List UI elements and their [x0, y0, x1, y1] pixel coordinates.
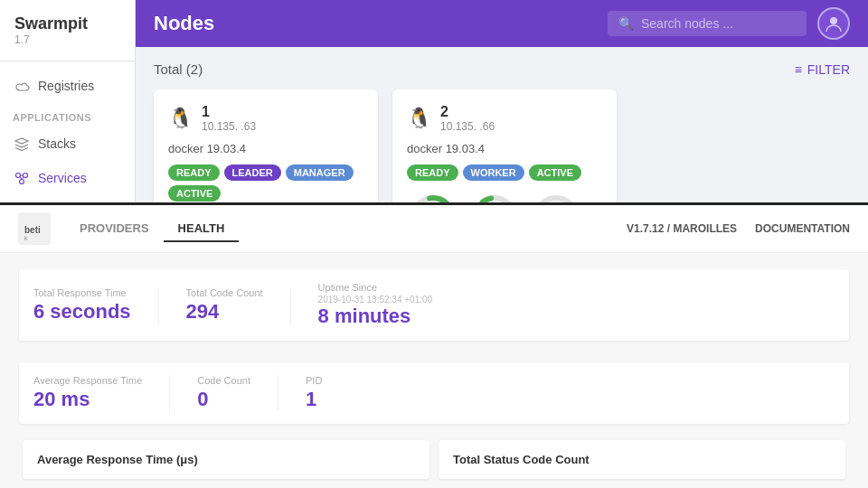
stat-total-response-time: Total Response Time 6 seconds Total Code… [19, 269, 849, 341]
stat-item-pid: PID 1 [306, 375, 322, 411]
pid-label: PID [306, 375, 322, 386]
stat-avg-response: Average Response Time 20 ms Code Count 0… [19, 362, 849, 424]
sidebar-item-registries-label: Registries [38, 79, 94, 93]
badge-active-1: ACTIVE [168, 185, 221, 202]
node-2-info: 2 10.135. .66 [440, 104, 495, 133]
divider-2 [290, 287, 291, 324]
documentation-link[interactable]: DOCUMENTATION [755, 222, 850, 235]
sidebar-item-services[interactable]: Services [0, 161, 135, 195]
chart-status-code: Total Status Code Count [439, 440, 845, 479]
header: Nodes 🔍 [136, 0, 868, 47]
nodes-content: Total (2) ≡ FILTER 🐧 1 10.135. .63 [136, 47, 868, 202]
node-1-ip: 10.135. .63 [202, 120, 256, 133]
sidebar-section-applications: APPLICATIONS [0, 103, 135, 127]
stat-item-avg-response: Average Response Time 20 ms [33, 375, 142, 411]
stat-item-total-code: Total Code Count 294 [186, 287, 263, 324]
health-header: beti k PROVIDERS HEALTH V1.7.12 / MAROIL… [0, 205, 868, 253]
search-box[interactable]: 🔍 [608, 11, 807, 36]
svg-point-0 [16, 174, 21, 178]
avg-response-value: 20 ms [33, 388, 142, 411]
search-input[interactable] [641, 16, 796, 31]
sidebar: Swarmpit 1.7 Registries APPLICATIONS [0, 0, 136, 202]
node-1-docker: docker 19.03.4 [168, 142, 363, 155]
total-code-label: Total Code Count [186, 287, 263, 298]
code-count-value: 0 [197, 388, 250, 411]
health-version: V1.7.12 / MAROILLES [627, 222, 737, 235]
node-1-badges: READY LEADER MANAGER ACTIVE [168, 164, 363, 202]
chart-avg-response-title: Average Response Time (μs) [37, 453, 415, 466]
tux-icon-1: 🐧 [168, 107, 193, 130]
node-2-ip: 10.135. .66 [440, 120, 495, 133]
node-1-header: 🐧 1 10.135. .63 [168, 104, 363, 133]
divider-4 [278, 375, 278, 411]
sidebar-item-stacks[interactable]: Stacks [0, 127, 135, 161]
badge-active-2: ACTIVE [529, 164, 581, 181]
sidebar-brand: Swarmpit 1.7 [0, 0, 135, 61]
health-panel: beti k PROVIDERS HEALTH V1.7.12 / MAROIL… [0, 202, 868, 488]
avg-response-label: Average Response Time [33, 375, 142, 386]
user-avatar[interactable] [817, 7, 850, 40]
sidebar-nav: Registries APPLICATIONS Stacks [0, 61, 135, 202]
badge-worker-2: WORKER [463, 164, 524, 181]
nodes-toolbar: Total (2) ≡ FILTER [154, 61, 850, 77]
sidebar-item-tasks[interactable]: Tasks [0, 195, 135, 202]
sidebar-item-stacks-label: Stacks [38, 136, 76, 151]
node-card-2[interactable]: 🐧 2 10.135. .66 docker 19.03.4 READY WOR… [392, 89, 617, 202]
uptime-label: Uptime Since [318, 282, 433, 293]
total-response-label: Total Response Time [33, 287, 131, 298]
brand-name: Swarmpit [14, 14, 120, 33]
badge-ready-2: READY [407, 164, 458, 181]
chart-avg-response: Average Response Time (μs) [23, 440, 429, 479]
node-2-docker: docker 19.03.4 [407, 142, 602, 155]
search-icon: 🔍 [618, 16, 634, 31]
services-icon [13, 169, 31, 187]
node-2-header: 🐧 2 10.135. .66 [407, 104, 602, 133]
gauge-2-3 [530, 192, 582, 202]
stat-item-uptime: Uptime Since 2019-10-31 13:52:34 +01:00 … [318, 282, 433, 328]
nodes-total: Total (2) [154, 61, 203, 77]
health-right: V1.7.12 / MAROILLES DOCUMENTATION [627, 222, 850, 235]
pid-value: 1 [306, 388, 322, 411]
nav-item-providers[interactable]: PROVIDERS [65, 216, 164, 242]
stats-row-1: Total Response Time 6 seconds Total Code… [0, 253, 868, 353]
brand-version: 1.7 [14, 33, 120, 46]
node-2-badges: READY WORKER ACTIVE [407, 164, 602, 181]
gauge-2-1 [407, 192, 459, 202]
node-1-name: 1 [202, 104, 256, 120]
filter-icon: ≡ [795, 62, 802, 77]
node-1-info: 1 10.135. .63 [202, 104, 256, 133]
node-2-gauges [407, 192, 602, 202]
stat-item-total-response: Total Response Time 6 seconds [33, 287, 131, 324]
cloud-icon [13, 77, 31, 95]
health-nav: PROVIDERS HEALTH [65, 216, 627, 242]
filter-button[interactable]: ≡ FILTER [795, 62, 850, 77]
page-title: Nodes [154, 12, 608, 35]
betik-logo: beti k [18, 212, 51, 245]
svg-point-2 [20, 180, 24, 184]
nodes-grid: 🐧 1 10.135. .63 docker 19.03.4 READY LEA… [154, 89, 850, 202]
total-response-value: 6 seconds [33, 300, 131, 324]
top-section: Swarmpit 1.7 Registries APPLICATIONS [0, 0, 868, 202]
uptime-value: 8 minutes [318, 305, 433, 328]
code-count-label: Code Count [197, 375, 250, 386]
svg-point-1 [24, 174, 28, 178]
node-2-name: 2 [440, 104, 495, 120]
badge-ready-1: READY [168, 164, 220, 181]
chart-status-code-title: Total Status Code Count [453, 453, 831, 466]
sidebar-item-registries[interactable]: Registries [0, 69, 135, 103]
layers-icon [13, 135, 31, 153]
gauge-2-2 [468, 192, 521, 202]
svg-text:k: k [24, 235, 28, 241]
uptime-sub-label: 2019-10-31 13:52:34 +01:00 [318, 295, 433, 305]
sidebar-item-services-label: Services [38, 171, 87, 185]
badge-manager-1: MANAGER [286, 164, 354, 181]
divider-3 [169, 375, 170, 411]
total-code-value: 294 [186, 300, 263, 324]
nav-item-health[interactable]: HEALTH [164, 216, 240, 242]
app-container: Swarmpit 1.7 Registries APPLICATIONS [0, 0, 868, 488]
filter-label: FILTER [807, 62, 850, 77]
tux-icon-2: 🐧 [407, 107, 431, 130]
main-content: Nodes 🔍 Total (2) ≡ [136, 0, 868, 202]
svg-text:beti: beti [24, 225, 41, 235]
node-card-1[interactable]: 🐧 1 10.135. .63 docker 19.03.4 READY LEA… [154, 89, 378, 202]
